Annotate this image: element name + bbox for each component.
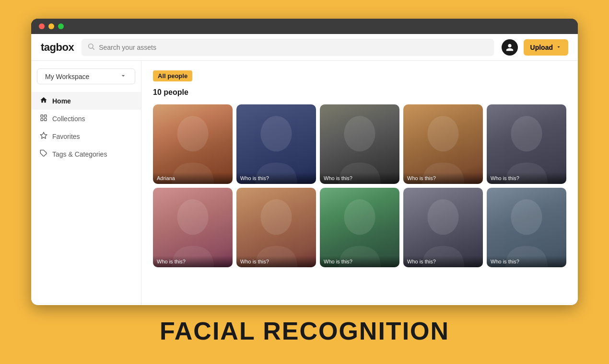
sidebar-item-collections-label: Collections <box>52 115 85 123</box>
user-avatar[interactable] <box>502 39 518 56</box>
photo-card[interactable]: Who is this? <box>320 104 399 184</box>
page-title-section: FACIAL RECOGNITION <box>160 317 449 345</box>
sidebar-item-favorites[interactable]: Favorites <box>31 127 141 145</box>
sidebar-item-tags[interactable]: Tags & Categories <box>31 145 141 163</box>
svg-point-15 <box>344 199 375 235</box>
sidebar: My Workspace Home <box>31 61 141 305</box>
favorites-icon <box>40 132 47 141</box>
app-content: tagbox Uplo <box>31 34 578 305</box>
header-right: Upload <box>502 39 568 56</box>
photo-card[interactable]: Who is this? <box>236 104 316 184</box>
photo-label: Who is this? <box>487 256 566 267</box>
svg-point-8 <box>177 116 208 151</box>
photo-label: Who is this? <box>236 172 316 184</box>
photo-card[interactable]: Who is this? <box>320 188 399 267</box>
sidebar-item-home[interactable]: Home <box>31 92 141 110</box>
svg-point-16 <box>427 199 458 235</box>
photo-label: Who is this? <box>403 172 483 184</box>
svg-point-13 <box>177 199 208 235</box>
home-icon <box>40 96 47 105</box>
svg-point-14 <box>260 199 292 235</box>
photo-grid: Adriana Who is this? Who is this? Who is… <box>153 104 566 267</box>
app-logo: tagbox <box>41 41 74 54</box>
sidebar-item-collections[interactable]: Collections <box>31 110 141 127</box>
app-header: tagbox Uplo <box>31 34 578 61</box>
svg-point-10 <box>344 116 375 151</box>
maximize-dot <box>58 23 64 29</box>
search-icon <box>87 43 95 52</box>
photo-label: Who is this? <box>320 172 399 184</box>
page-title: FACIAL RECOGNITION <box>160 317 449 345</box>
photo-card[interactable]: Who is this? <box>487 188 566 267</box>
svg-line-1 <box>93 48 94 50</box>
upload-label: Upload <box>530 44 553 51</box>
svg-point-9 <box>260 116 292 151</box>
upload-chevron-icon <box>556 44 562 51</box>
browser-window: tagbox Uplo <box>31 19 578 305</box>
workspace-chevron-icon <box>119 72 127 81</box>
svg-marker-6 <box>40 132 47 138</box>
svg-point-12 <box>511 116 542 151</box>
svg-rect-4 <box>41 118 43 121</box>
minimize-dot <box>48 23 54 29</box>
photo-card[interactable]: Who is this? <box>487 104 566 184</box>
photo-label: Who is this? <box>236 256 316 267</box>
search-input[interactable] <box>99 44 488 51</box>
svg-rect-3 <box>44 115 47 117</box>
photo-label: Who is this? <box>153 256 233 267</box>
people-count: 10 people <box>153 88 566 97</box>
svg-point-0 <box>89 44 93 48</box>
photo-card[interactable]: Who is this? <box>403 188 483 267</box>
main-content: All people 10 people Adriana Who is this… <box>141 61 578 305</box>
search-bar[interactable] <box>82 39 493 56</box>
svg-point-11 <box>427 116 458 151</box>
upload-button[interactable]: Upload <box>524 39 568 56</box>
browser-chrome <box>31 19 578 34</box>
tags-icon <box>40 149 47 159</box>
workspace-label: My Workspace <box>45 73 89 80</box>
page-wrapper: tagbox Uplo <box>0 19 609 345</box>
collections-icon <box>40 114 47 123</box>
svg-rect-5 <box>44 118 47 121</box>
photo-card[interactable]: Who is this? <box>236 188 316 267</box>
filter-badge[interactable]: All people <box>153 70 192 81</box>
sidebar-item-home-label: Home <box>52 97 71 105</box>
photo-card[interactable]: Who is this? <box>153 188 233 267</box>
photo-label: Who is this? <box>487 172 566 184</box>
svg-point-17 <box>511 199 542 235</box>
app-body: My Workspace Home <box>31 61 578 305</box>
photo-label: Who is this? <box>320 256 399 267</box>
sidebar-item-favorites-label: Favorites <box>52 133 80 140</box>
photo-card[interactable]: Adriana <box>153 104 233 184</box>
workspace-selector[interactable]: My Workspace <box>37 68 135 84</box>
sidebar-item-tags-label: Tags & Categories <box>52 150 107 158</box>
photo-card[interactable]: Who is this? <box>403 104 483 184</box>
svg-rect-2 <box>41 115 43 117</box>
close-dot <box>39 23 45 29</box>
photo-label: Who is this? <box>403 256 483 267</box>
photo-label: Adriana <box>153 172 233 184</box>
